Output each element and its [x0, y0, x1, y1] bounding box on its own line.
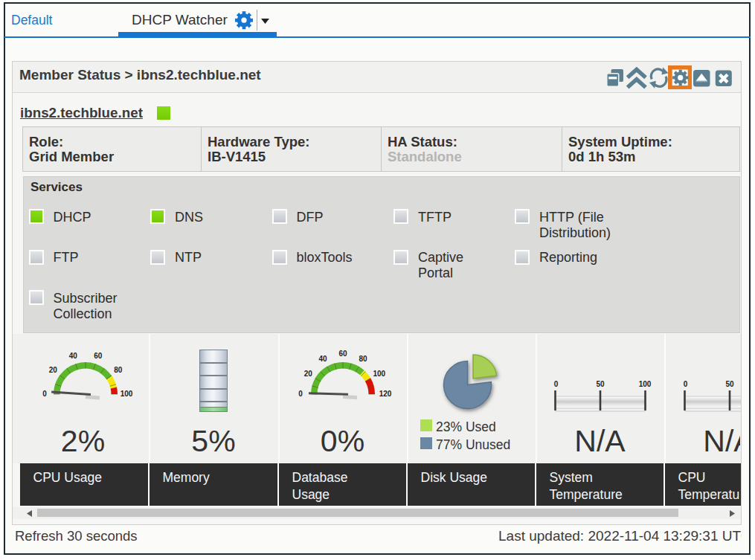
- svg-text:0: 0: [42, 390, 47, 398]
- svg-text:40: 40: [318, 355, 327, 363]
- svg-text:120: 120: [379, 390, 392, 398]
- svg-text:100: 100: [373, 370, 385, 378]
- svg-text:50: 50: [725, 380, 734, 388]
- svg-text:100: 100: [639, 380, 652, 388]
- svg-text:0: 0: [554, 380, 559, 388]
- svg-text:0: 0: [684, 380, 688, 388]
- svg-text:20: 20: [49, 366, 58, 374]
- svg-text:100: 100: [121, 390, 133, 398]
- svg-text:40: 40: [69, 352, 78, 360]
- svg-text:60: 60: [94, 352, 103, 360]
- svg-text:60: 60: [338, 350, 347, 358]
- svg-text:80: 80: [359, 355, 367, 363]
- svg-text:50: 50: [596, 380, 605, 388]
- svg-text:80: 80: [114, 366, 123, 374]
- svg-text:20: 20: [304, 370, 313, 378]
- svg-text:0: 0: [298, 390, 303, 398]
